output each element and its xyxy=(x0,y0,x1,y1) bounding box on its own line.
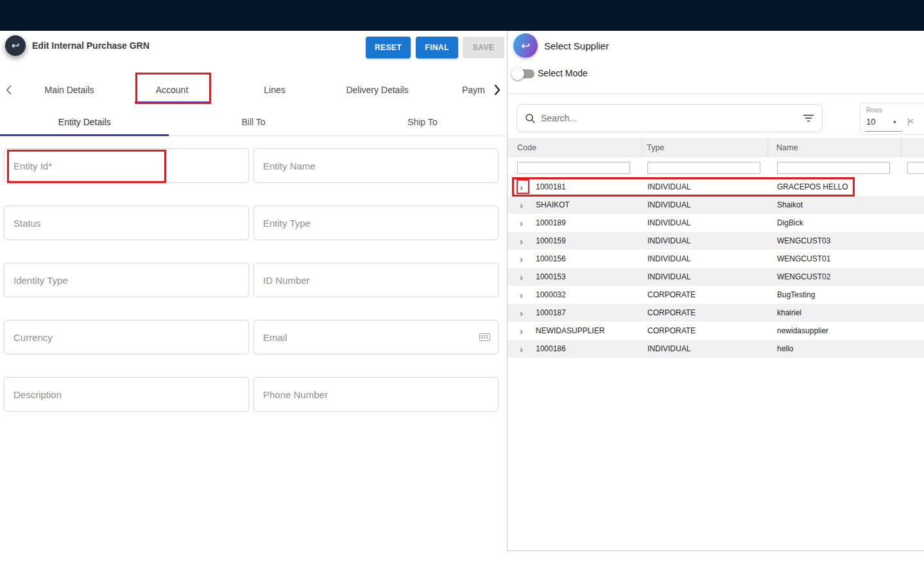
field-label: Entity Name xyxy=(263,161,316,171)
field-label: Description xyxy=(13,389,62,400)
back-arrow-icon: ↩ xyxy=(521,39,530,53)
field-status[interactable]: Status xyxy=(4,206,249,240)
cell-type: CORPORATE xyxy=(647,290,696,299)
back-button[interactable]: ↩ xyxy=(5,35,26,56)
search-input[interactable] xyxy=(541,113,798,123)
field-identity-type[interactable]: Identity Type xyxy=(4,263,249,297)
table-row[interactable]: ›1000187CORPORATEkhairiel xyxy=(508,304,924,322)
rows-label: Rows xyxy=(866,107,882,114)
tab-main-details[interactable]: Main Details xyxy=(18,76,121,104)
cell-name: DigBick xyxy=(777,218,803,227)
expand-row-icon[interactable]: › xyxy=(520,182,523,192)
column-separator xyxy=(642,138,642,157)
cell-type: CORPORATE xyxy=(647,326,696,335)
field-label: Entity Type xyxy=(263,218,311,229)
filter-col4-input[interactable] xyxy=(907,162,924,174)
tab-delivery-details[interactable]: Delivery Details xyxy=(326,76,429,104)
table-row[interactable]: ›1000186INDIVIDUALhello xyxy=(508,340,924,358)
filter-row xyxy=(508,157,924,178)
back-arrow-icon: ↩ xyxy=(12,40,20,51)
cell-code: 1000153 xyxy=(536,272,566,281)
table-row[interactable]: ›1000032CORPORATEBugTesting xyxy=(508,286,924,304)
tab-paym[interactable]: Paym xyxy=(429,76,486,104)
filter-code-input[interactable] xyxy=(517,162,630,174)
main-tab-strip: Main DetailsAccountLinesDelivery Details… xyxy=(18,76,486,104)
chevron-left-icon xyxy=(6,85,12,95)
cell-type: INDIVIDUAL xyxy=(647,254,690,263)
divider xyxy=(508,93,924,94)
cell-type: INDIVIDUAL xyxy=(647,344,690,353)
field-description[interactable]: Description xyxy=(4,377,249,412)
column-separator xyxy=(767,138,768,157)
field-entity-name[interactable]: Entity Name xyxy=(253,148,499,183)
expand-row-icon[interactable]: › xyxy=(520,272,523,282)
column-separator xyxy=(901,138,902,157)
expand-row-icon[interactable]: › xyxy=(520,218,523,228)
cell-code: 1000187 xyxy=(536,308,566,317)
table-row[interactable]: ›SHAIKOTINDIVIDUALShaikot xyxy=(508,196,924,214)
expand-row-icon[interactable]: › xyxy=(520,344,523,354)
cell-type: INDIVIDUAL xyxy=(647,200,690,209)
expand-row-icon[interactable]: › xyxy=(520,236,523,246)
subtab-strip: Entity DetailsBill ToShip To xyxy=(0,108,507,136)
rows-value: 10 xyxy=(866,117,875,127)
expand-row-icon[interactable]: › xyxy=(520,254,523,264)
filter-name-input[interactable] xyxy=(777,162,890,174)
field-id-number[interactable]: ID Number xyxy=(253,263,499,297)
field-phone-number[interactable]: Phone Number xyxy=(253,377,499,412)
filter-type-input[interactable] xyxy=(647,162,760,174)
field-entity-type[interactable]: Entity Type xyxy=(253,206,499,240)
cell-type: INDIVIDUAL xyxy=(647,272,690,281)
cell-type: CORPORATE xyxy=(647,308,696,317)
keyboard-icon xyxy=(479,333,490,341)
table-row[interactable]: ›1000159INDIVIDUALWENGCUST03 xyxy=(508,232,924,250)
expand-row-icon[interactable]: › xyxy=(520,290,523,300)
table-row[interactable]: ›1000156INDIVIDUALWENGCUST01 xyxy=(508,250,924,268)
tabs-scroll-left-button[interactable] xyxy=(0,76,18,104)
field-email[interactable]: Email xyxy=(253,320,499,355)
select-mode-toggle[interactable] xyxy=(511,64,538,81)
table-row[interactable]: ›1000153INDIVIDUALWENGCUST02 xyxy=(508,268,924,286)
table-row[interactable]: ›1000189INDIVIDUALDigBick xyxy=(508,214,924,232)
field-currency[interactable]: Currency xyxy=(4,320,249,355)
final-button[interactable]: FINAL xyxy=(416,37,458,58)
select-supplier-panel: ↩ Select Supplier Select Mode Rows 10 ▾ … xyxy=(508,31,924,551)
tab-account[interactable]: Account xyxy=(121,76,223,104)
subtab-bill-to[interactable]: Bill To xyxy=(169,108,338,136)
expand-row-icon[interactable]: › xyxy=(520,326,523,336)
cell-code: 1000181 xyxy=(536,182,566,191)
reset-button[interactable]: RESET xyxy=(366,37,411,58)
column-header-type[interactable]: Type xyxy=(647,138,664,157)
table-row[interactable]: ›NEWIDASUPPLIERCORPORATEnewidasupplier xyxy=(508,322,924,340)
save-button[interactable]: SAVE xyxy=(463,37,504,58)
field-label: Status xyxy=(13,218,41,229)
search-icon xyxy=(525,113,536,124)
cell-name: khairiel xyxy=(777,308,801,317)
field-entity-id[interactable]: Entity Id* xyxy=(4,148,249,183)
field-label: Email xyxy=(263,332,287,343)
expand-row-icon[interactable]: › xyxy=(520,308,523,318)
select-mode-label: Select Mode xyxy=(538,68,588,78)
cell-name: hello xyxy=(777,344,793,353)
subtab-entity-details[interactable]: Entity Details xyxy=(0,108,169,136)
cell-code: 1000032 xyxy=(536,290,566,299)
first-page-button[interactable]: |< xyxy=(907,116,913,126)
cell-code: 1000189 xyxy=(536,218,566,227)
cell-name: Shaikot xyxy=(777,200,803,209)
supplier-table-header: Code Type Name xyxy=(508,138,924,157)
expand-row-icon[interactable]: › xyxy=(520,200,523,210)
supplier-panel-title: Select Supplier xyxy=(544,40,609,51)
subtab-ship-to[interactable]: Ship To xyxy=(338,108,507,136)
cell-code: SHAIKOT xyxy=(536,200,570,209)
rows-per-page-select[interactable]: Rows 10 ▾ |< xyxy=(860,103,924,135)
column-header-code[interactable]: Code xyxy=(517,138,536,157)
top-app-bar xyxy=(0,0,924,31)
table-row[interactable]: ›1000181INDIVIDUALGRACEPOS HELLO xyxy=(508,178,924,196)
supplier-back-button[interactable]: ↩ xyxy=(513,33,538,58)
cell-code: 1000186 xyxy=(536,344,566,353)
filter-icon[interactable] xyxy=(803,114,814,122)
column-header-name[interactable]: Name xyxy=(776,138,798,157)
tabs-scroll-right-button[interactable] xyxy=(488,76,506,104)
field-label: ID Number xyxy=(263,275,310,286)
tab-lines[interactable]: Lines xyxy=(223,76,326,104)
